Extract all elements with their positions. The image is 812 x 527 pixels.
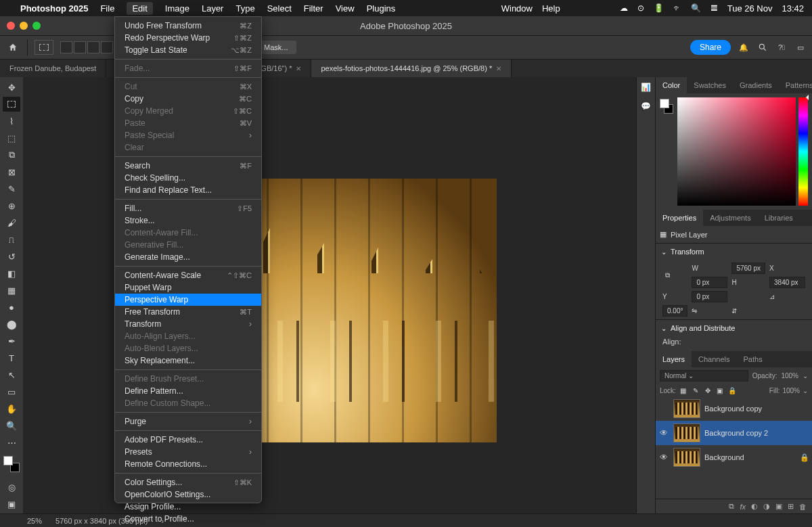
bell-icon[interactable]: 🔔 bbox=[738, 41, 750, 53]
eraser-tool[interactable]: ◧ bbox=[3, 266, 20, 281]
link-wh-icon[interactable]: ⧉ bbox=[662, 265, 672, 286]
menu-image[interactable]: Image bbox=[165, 3, 189, 14]
quickmask-tool[interactable]: ◎ bbox=[3, 480, 20, 495]
hue-slider[interactable] bbox=[798, 97, 808, 206]
workspace-icon[interactable]: ▭ bbox=[794, 41, 807, 53]
lasso-tool[interactable]: ⌇ bbox=[3, 114, 20, 129]
menu-layer[interactable]: Layer bbox=[202, 3, 224, 14]
layer-thumbnail[interactable] bbox=[673, 399, 700, 418]
width-input[interactable]: 5760 px bbox=[731, 262, 765, 274]
spotlight-icon[interactable]: 🔍 bbox=[691, 3, 701, 13]
control-center-icon[interactable]: 𝌆 bbox=[710, 3, 718, 13]
menu-item[interactable]: Redo Perspective Warp⇧⌘Z bbox=[115, 32, 261, 44]
tab-patterns[interactable]: Patterns bbox=[779, 77, 812, 93]
comments-icon[interactable]: 💬 bbox=[640, 100, 652, 112]
height-input[interactable]: 3840 px bbox=[769, 277, 805, 288]
crop-tool[interactable]: ⧉ bbox=[3, 147, 20, 162]
pen-tool[interactable]: ✒ bbox=[3, 334, 20, 348]
visibility-icon[interactable]: 👁 bbox=[658, 453, 669, 462]
menu-file[interactable]: File bbox=[100, 3, 114, 14]
blur-tool[interactable]: ● bbox=[3, 300, 20, 315]
transform-header[interactable]: Transform bbox=[656, 244, 812, 260]
menu-type[interactable]: Type bbox=[235, 3, 254, 14]
flip-v-icon[interactable]: ⇵ bbox=[731, 307, 765, 315]
menu-item[interactable]: Search⌘F bbox=[115, 160, 261, 172]
healing-tool[interactable]: ⊕ bbox=[3, 198, 20, 213]
lock-artboard-icon[interactable]: ▣ bbox=[715, 386, 725, 395]
menubar-time[interactable]: 13:42 bbox=[782, 3, 804, 14]
dodge-tool[interactable]: ⬤ bbox=[3, 317, 20, 331]
battery-icon[interactable]: 🔋 bbox=[654, 3, 664, 13]
fx-icon[interactable]: fx bbox=[740, 503, 746, 511]
menu-item[interactable]: Define Pattern... bbox=[115, 385, 261, 397]
tab-color[interactable]: Color bbox=[656, 77, 687, 93]
tab-libraries[interactable]: Libraries bbox=[758, 210, 800, 226]
menu-item[interactable]: Convert to Profile... bbox=[115, 513, 261, 525]
menu-item[interactable]: Generate Image... bbox=[115, 251, 261, 263]
layer-row[interactable]: 👁Background copy 2 bbox=[656, 421, 812, 445]
menu-item[interactable]: Content-Aware Scale⌃⇧⌘C bbox=[115, 269, 261, 281]
zoom-tool[interactable]: 🔍 bbox=[3, 418, 20, 433]
frame-tool[interactable]: ⊠ bbox=[3, 164, 20, 179]
layer-row[interactable]: Background copy bbox=[656, 396, 812, 421]
brush-tool[interactable]: 🖌 bbox=[3, 215, 20, 230]
tab-layers[interactable]: Layers bbox=[656, 351, 692, 367]
histogram-icon[interactable]: 📊 bbox=[640, 81, 652, 93]
zoom-level[interactable]: 25% bbox=[27, 517, 42, 525]
selection-add[interactable] bbox=[74, 41, 86, 53]
menu-item[interactable]: Fill...⇧F5 bbox=[115, 202, 261, 214]
menu-filter[interactable]: Filter bbox=[304, 3, 323, 14]
menu-item[interactable]: OpenColorIO Settings... bbox=[115, 488, 261, 501]
minimize-window[interactable] bbox=[20, 22, 28, 30]
menu-view[interactable]: View bbox=[336, 3, 355, 14]
flip-h-icon[interactable]: ⇋ bbox=[692, 307, 727, 315]
app-name[interactable]: Photoshop 2025 bbox=[20, 3, 88, 14]
selection-tool[interactable]: ⬚ bbox=[3, 131, 20, 145]
fgbg-swatch[interactable] bbox=[3, 456, 20, 472]
screenmode-tool[interactable]: ▣ bbox=[3, 497, 20, 511]
gradient-tool[interactable]: ▦ bbox=[3, 283, 20, 298]
more-tools[interactable]: ⋯ bbox=[3, 435, 20, 450]
wifi-icon[interactable]: ᯤ bbox=[673, 3, 681, 13]
lock-all-icon[interactable]: 🔒 bbox=[727, 386, 737, 395]
menu-window[interactable]: Window bbox=[501, 3, 533, 14]
tab-properties[interactable]: Properties bbox=[656, 210, 703, 226]
new-layer-icon[interactable]: ⊞ bbox=[788, 502, 794, 511]
lock-move-icon[interactable]: ✥ bbox=[703, 386, 713, 395]
menu-item[interactable]: Find and Replace Text... bbox=[115, 184, 261, 196]
close-tab-icon[interactable]: ✕ bbox=[296, 65, 301, 72]
tab-gradients[interactable]: Gradients bbox=[733, 77, 779, 93]
menu-item[interactable]: Presets bbox=[115, 446, 261, 458]
stamp-tool[interactable]: ⎍ bbox=[3, 232, 20, 247]
marquee-tool[interactable] bbox=[3, 97, 20, 112]
menu-item[interactable]: Adobe PDF Presets... bbox=[115, 434, 261, 446]
document-tab[interactable]: Frozen Danube, Budapest bbox=[0, 60, 106, 77]
selection-intersect[interactable] bbox=[101, 41, 113, 53]
record-icon[interactable]: ⊙ bbox=[637, 3, 644, 13]
angle-input[interactable]: 0.00° bbox=[662, 305, 687, 317]
menu-item[interactable]: Puppet Warp bbox=[115, 281, 261, 294]
help-icon[interactable]: ?⃝ bbox=[775, 41, 788, 53]
selection-new[interactable] bbox=[60, 41, 72, 53]
menu-item[interactable]: Undo Free Transform⌘Z bbox=[115, 20, 261, 32]
menubar-date[interactable]: Tue 26 Nov bbox=[727, 3, 773, 14]
selection-subtract[interactable] bbox=[87, 41, 99, 53]
opacity-value[interactable]: 100% bbox=[781, 372, 798, 380]
layer-thumbnail[interactable] bbox=[673, 448, 700, 467]
menu-item[interactable]: Stroke... bbox=[115, 214, 261, 227]
mask-icon[interactable]: ◐ bbox=[751, 502, 758, 511]
menu-item[interactable]: Sky Replacement... bbox=[115, 354, 261, 367]
type-tool[interactable]: T bbox=[3, 350, 20, 365]
menu-item[interactable]: Toggle Last State⌥⌘Z bbox=[115, 44, 261, 56]
link-layers-icon[interactable]: ⧉ bbox=[729, 502, 734, 511]
menu-item[interactable]: Transform bbox=[115, 318, 261, 330]
menu-item[interactable]: Assign Profile... bbox=[115, 501, 261, 513]
x-input[interactable]: 0 px bbox=[692, 277, 727, 288]
path-tool[interactable]: ↖ bbox=[3, 367, 20, 382]
menu-item[interactable]: Check Spelling... bbox=[115, 172, 261, 184]
layer-row[interactable]: 👁Background🔒 bbox=[656, 445, 812, 469]
fill-value[interactable]: 100% bbox=[782, 387, 800, 394]
menu-item[interactable]: Copy⌘C bbox=[115, 93, 261, 105]
menu-select[interactable]: Select bbox=[267, 3, 292, 14]
menu-edit[interactable]: Edit bbox=[127, 2, 152, 15]
